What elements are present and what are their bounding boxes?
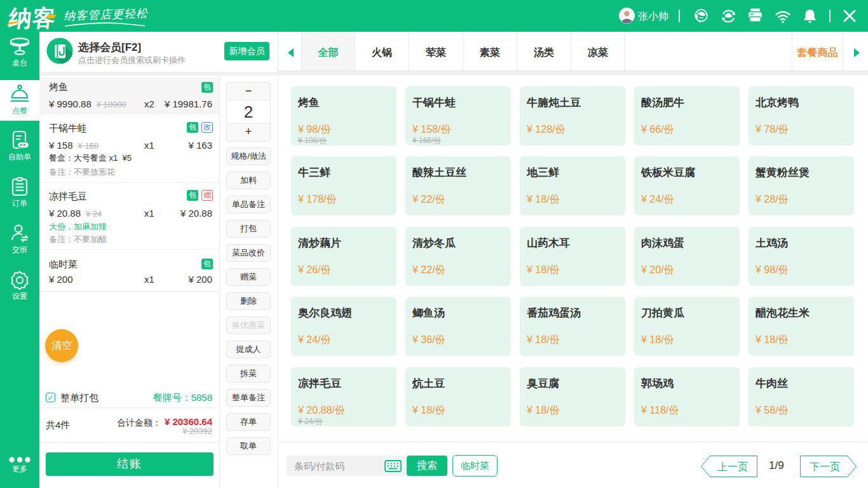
svg-text:下一页: 下一页 bbox=[810, 461, 840, 472]
svg-text:上一页: 上一页 bbox=[717, 461, 748, 472]
